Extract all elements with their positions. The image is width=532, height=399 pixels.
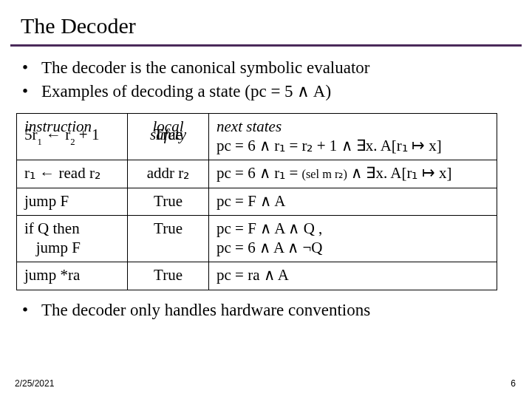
bullet-dot: • (22, 57, 41, 79)
cell-safety: addr r₂ (128, 160, 209, 188)
cell-next-states: pc = ra ∧ A (209, 262, 497, 290)
table-row: jump *ra True pc = ra ∧ A (17, 262, 497, 290)
bullet-dot: • (22, 81, 41, 103)
cell-instruction: jump *ra (17, 262, 128, 290)
col-header-next-states: next states (216, 117, 282, 135)
bullet-text: Examples of decoding a state (pc = 5 ∧ A… (41, 81, 331, 103)
cell-next-states: pc = F ∧ A (209, 188, 497, 215)
page-number: 6 (511, 378, 516, 389)
title-rule (10, 44, 522, 47)
cell-safety: True (128, 188, 209, 215)
cell-next-states: pc = F ∧ A ∧ Q , pc = 6 ∧ A ∧ ¬Q (209, 215, 497, 262)
cell-safety: True (128, 215, 209, 262)
cell-safety: True (128, 262, 209, 290)
cell-instruction: r₁ ← read r₂ (17, 160, 128, 188)
table-row: instruction 5r1 ← r2 + 1 local safety Tr… (17, 113, 497, 160)
slide-title: The Decoder (0, 0, 532, 44)
bullet-text: The decoder is the canonical symbolic ev… (41, 57, 370, 79)
table-row: if Q then jump F True pc = F ∧ A ∧ Q , p… (17, 215, 497, 262)
table-row: r₁ ← read r₂ addr r₂ pc = 6 ∧ r₁ = (sel … (17, 160, 497, 188)
bottom-bullets: • The decoder only handles hardware conv… (0, 290, 532, 329)
decoder-table: instruction 5r1 ← r2 + 1 local safety Tr… (16, 113, 497, 290)
row1-instruction: 5r1 ← r2 + 1 (24, 125, 99, 147)
cell-instruction: jump F (17, 188, 128, 215)
bullet-dot: • (22, 299, 41, 321)
footer-date: 2/25/2021 (15, 378, 54, 389)
bullet-text: The decoder only handles hardware conven… (41, 299, 370, 321)
cell-instruction: if Q then jump F (17, 215, 128, 262)
table-row: jump F True pc = F ∧ A (17, 188, 497, 215)
row1-next-states: pc = 6 ∧ r₁ = r₂ + 1 ∧ ∃x. A[r₁ ↦ x] (216, 136, 489, 155)
cell-next-states: pc = 6 ∧ r₁ = (sel m r₂) ∧ ∃x. A[r₁ ↦ x] (209, 160, 497, 188)
top-bullets: • The decoder is the canonical symbolic … (0, 57, 532, 110)
